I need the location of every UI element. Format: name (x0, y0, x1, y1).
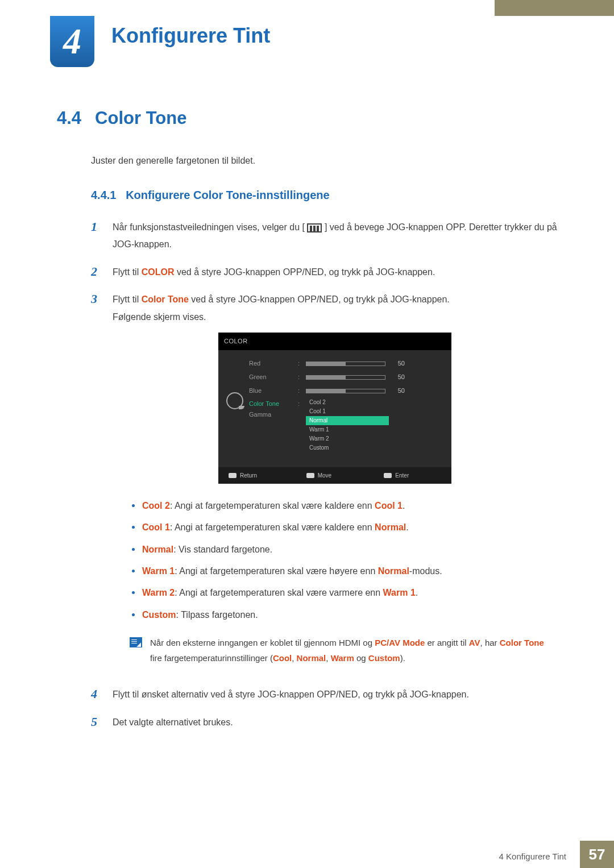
section-intro: Juster den generelle fargetonen til bild… (91, 156, 557, 166)
menu-bars-icon (307, 223, 322, 232)
return-button-icon (229, 473, 237, 478)
osd-option-warm2: Warm 2 (306, 434, 389, 443)
step-4: 4 Flytt til ønsket alternativ ved å styr… (91, 686, 557, 703)
step-number: 3 (91, 291, 101, 676)
step-text: Når funksjonstastveiledningen vises, vel… (113, 222, 305, 232)
step-number: 5 (91, 714, 101, 731)
osd-option-normal: Normal (306, 416, 389, 425)
subsection-heading: 4.4.1 Konfigurere Color Tone-innstilling… (91, 189, 557, 202)
osd-option-cool2: Cool 2 (306, 398, 389, 407)
page-number: 57 (580, 841, 614, 868)
osd-option-warm1: Warm 1 (306, 425, 389, 434)
osd-label: Red (249, 358, 293, 369)
step-3: 3 Flytt til Color Tone ved å styre JOG-k… (91, 291, 557, 676)
osd-footer-move: Move (318, 470, 331, 481)
osd-label: Green (249, 371, 293, 383)
step-text: Flytt til ønsket alternativ ved å styre … (113, 686, 557, 703)
osd-value: 50 (390, 371, 405, 383)
osd-title: COLOR (218, 333, 451, 350)
step-text: ved å styre JOG-knappen OPP/NED, og tryk… (189, 294, 450, 304)
move-button-icon (306, 473, 314, 478)
highlight: COLOR (142, 267, 175, 277)
option-definitions: Cool 2: Angi at fargetemperaturen skal v… (130, 497, 557, 624)
opt-cool1: Cool 1: Angi at fargetemperaturen skal v… (130, 519, 557, 536)
osd-footer-return: Return (240, 470, 257, 481)
osd-label: Blue (249, 385, 293, 397)
osd-footer-enter: Enter (395, 470, 409, 481)
osd-dropdown: Cool 2 Cool 1 Normal Warm 1 Warm 2 Custo… (306, 398, 389, 452)
opt-cool2: Cool 2: Angi at fargetemperaturen skal v… (130, 497, 557, 514)
step-text: Flytt til (113, 294, 142, 304)
step-text: ved å styre JOG-knappen OPP/NED, og tryk… (174, 267, 435, 277)
step-number: 4 (91, 686, 101, 703)
step-number: 2 (91, 264, 101, 281)
step-1: 1 Når funksjonstastveiledningen vises, v… (91, 219, 557, 254)
osd-label: Color Tone (249, 398, 293, 410)
osd-value: 50 (390, 358, 405, 369)
subsection-title: Konfigurere Color Tone-innstillingene (126, 189, 330, 201)
opt-warm2: Warm 2: Angi at fargetemperaturen skal v… (130, 584, 557, 601)
chapter-number: 4 (63, 20, 81, 63)
osd-slider (306, 375, 385, 380)
section-title: Color Tone (95, 108, 186, 128)
opt-custom: Custom: Tilpass fargetonen. (130, 607, 557, 624)
osd-screenshot: COLOR Red : 50 Green (218, 333, 451, 484)
osd-option-custom: Custom (306, 443, 389, 452)
section-heading: 4.4 Color Tone (57, 108, 557, 128)
section-number: 4.4 (57, 108, 81, 128)
step-number: 1 (91, 219, 101, 254)
osd-value: 50 (390, 385, 405, 397)
step-text: Det valgte alternativet brukes. (113, 714, 557, 731)
osd-row-blue: Blue : 50 (249, 384, 443, 398)
chapter-title: Konfigurere Tint (111, 24, 270, 48)
osd-label: Gamma (249, 409, 293, 421)
step-text: Flytt til (113, 267, 142, 277)
chapter-badge: 4 (50, 16, 94, 67)
footer-chapter-ref: 4 Konfigurere Tint (499, 852, 566, 861)
step-text: Følgende skjerm vises. (113, 312, 206, 322)
osd-row-red: Red : 50 (249, 357, 443, 371)
palette-icon (226, 392, 243, 409)
osd-slider (306, 389, 385, 393)
top-tab-decor (495, 0, 614, 16)
page-footer: 4 Konfigurere Tint 57 (0, 841, 614, 868)
highlight: Color Tone (142, 294, 189, 304)
subsection-number: 4.4.1 (91, 189, 116, 201)
step-5: 5 Det valgte alternativet brukes. (91, 714, 557, 731)
note: Når den eksterne inngangen er koblet til… (130, 635, 557, 666)
osd-option-cool1: Cool 1 (306, 407, 389, 416)
osd-footer: Return Move Enter (218, 467, 451, 484)
opt-warm1: Warm 1: Angi at fargetemperaturen skal v… (130, 563, 557, 580)
osd-row-green: Green : 50 (249, 371, 443, 384)
note-text: Når den eksterne inngangen er koblet til… (150, 635, 557, 666)
osd-slider (306, 362, 385, 366)
note-icon (130, 637, 142, 647)
enter-button-icon (384, 473, 392, 478)
opt-normal: Normal: Vis standard fargetone. (130, 541, 557, 558)
step-2: 2 Flytt til COLOR ved å styre JOG-knappe… (91, 264, 557, 281)
